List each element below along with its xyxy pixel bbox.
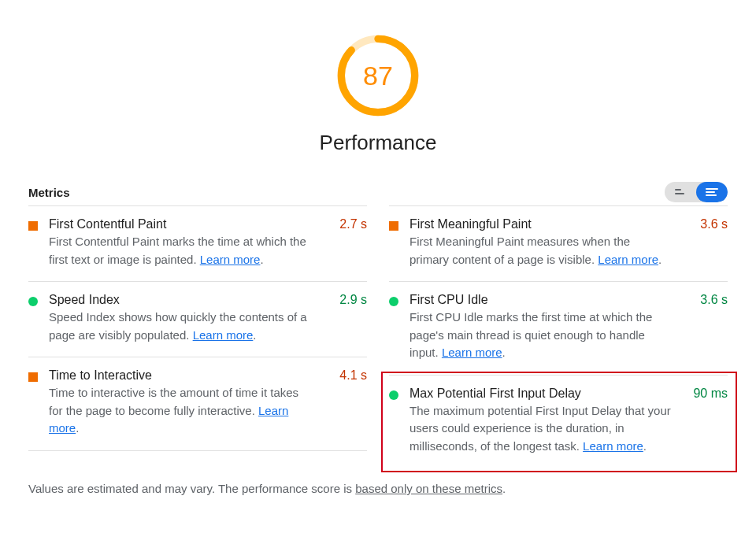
metrics-label: Metrics (28, 186, 70, 199)
metric-value: 2.9 s (339, 293, 367, 307)
metric-row: Time to InteractiveTime to interactive i… (28, 357, 367, 451)
metric-body: Speed IndexSpeed Index shows how quickly… (49, 293, 367, 344)
footnote-link[interactable]: based only on these metrics (355, 482, 502, 495)
performance-report: 87 Performance Metrics First Contentful … (0, 0, 756, 511)
learn-more-link[interactable]: Learn more (442, 346, 502, 359)
metric-description: First Contentful Paint marks the time at… (49, 233, 312, 268)
metric-title: Max Potential First Input Delay (410, 387, 673, 401)
learn-more-link[interactable]: Learn more (583, 439, 643, 453)
metric-title: Speed Index (49, 293, 312, 307)
learn-more-link[interactable]: Learn more (200, 253, 261, 266)
metric-row: Max Potential First Input DelayThe maxim… (389, 375, 728, 468)
metric-value: 3.6 s (700, 293, 728, 307)
footnote: Values are estimated and may vary. The p… (28, 482, 728, 495)
metric-body: Time to InteractiveTime to interactive i… (49, 368, 367, 438)
metric-title: First Meaningful Paint (410, 217, 673, 231)
gauge-title: Performance (320, 131, 437, 155)
metric-title: First Contentful Paint (49, 217, 312, 231)
metric-description: The maximum potential First Input Delay … (410, 402, 673, 456)
status-dot-average-icon (28, 221, 38, 231)
metric-body: First Contentful PaintFirst Contentful P… (49, 217, 367, 268)
metric-description: First CPU Idle marks the first time at w… (410, 309, 673, 362)
metric-row: First CPU IdleFirst CPU Idle marks the f… (389, 281, 728, 375)
status-dot-average-icon (389, 221, 398, 231)
metric-body: First Meaningful PaintFirst Meaningful P… (410, 217, 728, 268)
metrics-column-left: First Contentful PaintFirst Contentful P… (28, 205, 367, 468)
metrics-header-row: Metrics (28, 182, 728, 202)
metric-value: 4.1 s (339, 368, 367, 383)
metric-row: First Contentful PaintFirst Contentful P… (28, 205, 367, 281)
metric-value: 90 ms (693, 387, 728, 401)
compact-view-button[interactable] (665, 182, 696, 202)
metric-title: Time to Interactive (49, 368, 312, 383)
footnote-post: . (502, 482, 506, 495)
metric-value: 2.7 s (339, 217, 367, 231)
score-gauge-ring: 87 (334, 31, 422, 120)
metric-description: First Meaningful Paint measures when the… (410, 233, 673, 268)
metric-value: 3.6 s (700, 217, 728, 231)
learn-more-link[interactable]: Learn more (598, 253, 658, 266)
learn-more-link[interactable]: Learn more (49, 404, 288, 435)
footnote-pre: Values are estimated and may vary. The p… (28, 482, 355, 495)
score-gauge: 87 Performance (28, 31, 728, 155)
view-toggle[interactable] (665, 182, 728, 202)
expanded-view-button[interactable] (696, 182, 728, 202)
metric-body: First CPU IdleFirst CPU Idle marks the f… (410, 293, 728, 362)
metric-row: Speed IndexSpeed Index shows how quickly… (28, 281, 367, 357)
metric-body: Max Potential First Input DelayThe maxim… (410, 387, 728, 456)
score-value: 87 (334, 31, 422, 120)
metric-description: Speed Index shows how quickly the conten… (49, 309, 312, 344)
status-dot-good-icon (389, 390, 398, 400)
learn-more-link[interactable]: Learn more (193, 328, 254, 342)
metric-title: First CPU Idle (410, 293, 673, 307)
metrics-columns: First Contentful PaintFirst Contentful P… (28, 205, 728, 468)
metric-description: Time to interactive is the amount of tim… (49, 384, 312, 438)
status-dot-good-icon (389, 297, 398, 306)
metrics-column-right: First Meaningful PaintFirst Meaningful P… (389, 205, 728, 468)
status-dot-good-icon (28, 297, 38, 306)
metric-row: First Meaningful PaintFirst Meaningful P… (389, 205, 728, 281)
highlighted-metric: Max Potential First Input DelayThe maxim… (389, 375, 728, 468)
status-dot-average-icon (28, 372, 38, 382)
